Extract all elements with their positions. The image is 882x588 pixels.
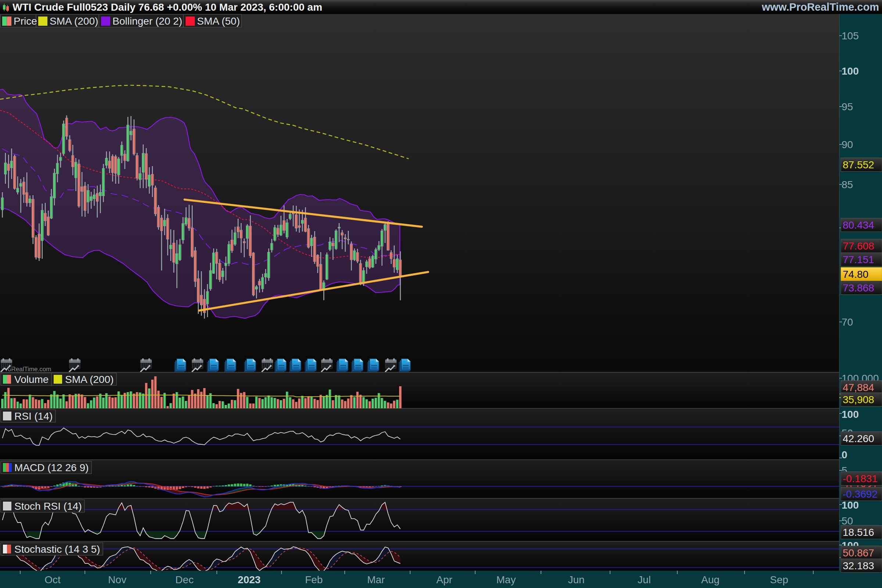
svg-text:SMA (200): SMA (200) xyxy=(50,15,98,27)
svg-text:Jun: Jun xyxy=(568,574,584,585)
svg-text:www.ProRealTime.com: www.ProRealTime.com xyxy=(762,1,879,13)
svg-text:50.867: 50.867 xyxy=(843,547,874,559)
svg-text:Volume: Volume xyxy=(14,374,48,385)
svg-text:-0.1831: -0.1831 xyxy=(843,473,878,484)
svg-text:Jul: Jul xyxy=(638,574,651,585)
svg-text:Dec: Dec xyxy=(175,574,194,585)
svg-text:50: 50 xyxy=(842,515,853,526)
svg-text:Bollinger (20 2): Bollinger (20 2) xyxy=(112,15,182,27)
svg-text:Stochastic (14 3 5): Stochastic (14 3 5) xyxy=(14,543,100,555)
svg-text:0: 0 xyxy=(842,449,848,460)
svg-text:MACD (12 26 9): MACD (12 26 9) xyxy=(14,462,88,473)
svg-text:Price: Price xyxy=(14,15,37,27)
svg-text:RSI (14): RSI (14) xyxy=(14,411,52,422)
svg-text:SMA (200): SMA (200) xyxy=(65,374,114,385)
svg-text:May: May xyxy=(496,574,516,585)
svg-text:70: 70 xyxy=(842,316,853,328)
svg-text:Sep: Sep xyxy=(770,574,788,585)
svg-text:87.552: 87.552 xyxy=(843,159,874,171)
svg-text:-0.3692: -0.3692 xyxy=(843,488,878,500)
svg-text:80.434: 80.434 xyxy=(843,219,874,231)
svg-text:42.260: 42.260 xyxy=(843,433,874,444)
svg-text:77.151: 77.151 xyxy=(843,254,874,266)
svg-text:WTI Crude Full0523 Daily 76.68: WTI Crude Full0523 Daily 76.68 +0.00% 10… xyxy=(12,2,322,13)
svg-text:90: 90 xyxy=(842,139,853,150)
svg-text:Mar: Mar xyxy=(367,574,385,585)
svg-text:18.516: 18.516 xyxy=(843,526,874,538)
svg-text:77.608: 77.608 xyxy=(843,240,874,252)
svg-text:Feb: Feb xyxy=(305,574,322,585)
svg-text:85: 85 xyxy=(842,179,853,190)
svg-text:Apr: Apr xyxy=(436,574,452,585)
svg-text:Oct: Oct xyxy=(45,574,61,585)
svg-text:Nov: Nov xyxy=(108,574,126,585)
svg-text:100: 100 xyxy=(842,65,859,77)
svg-text:Stoch RSI (14): Stoch RSI (14) xyxy=(14,501,82,512)
svg-text:74.80: 74.80 xyxy=(843,268,868,280)
svg-text:100: 100 xyxy=(842,500,859,511)
svg-text:SMA (50): SMA (50) xyxy=(197,15,240,27)
svg-text:100: 100 xyxy=(842,409,859,420)
svg-text:95: 95 xyxy=(842,101,853,112)
svg-text:73.868: 73.868 xyxy=(843,282,874,294)
svg-text:105: 105 xyxy=(842,30,859,42)
svg-text:Aug: Aug xyxy=(701,574,720,585)
svg-text:32.183: 32.183 xyxy=(843,560,874,572)
svg-text:2023: 2023 xyxy=(238,574,261,585)
svg-text:35,908: 35,908 xyxy=(843,394,874,405)
svg-text:47,884: 47,884 xyxy=(843,382,874,393)
